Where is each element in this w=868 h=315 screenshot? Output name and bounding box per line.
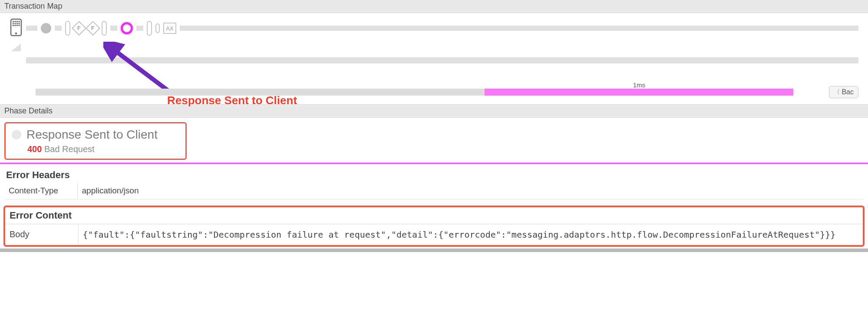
error-headers-heading: Error Headers: [4, 168, 864, 182]
flow-node[interactable]: [41, 23, 51, 33]
flow-pillar-node[interactable]: [155, 23, 160, 33]
timeline-segment-pink: 1ms: [485, 89, 793, 96]
flow-track-segment: [136, 26, 143, 31]
error-content-heading: Error Content: [5, 207, 863, 224]
table-row: Content-Typeapplication/json: [4, 182, 864, 199]
svg-rect-7: [15, 23, 16, 24]
transaction-map-area: FFAX Response Sent to Client 1ms 〈 Bac: [0, 13, 868, 104]
back-button[interactable]: 〈 Bac: [829, 86, 858, 98]
error-content-box: Error Content Body {"fault":{"faultstrin…: [3, 206, 865, 247]
svg-rect-12: [17, 25, 18, 26]
header-value: application/json: [77, 182, 864, 199]
svg-rect-6: [13, 23, 14, 24]
device-icon[interactable]: [10, 18, 23, 39]
return-track: [26, 57, 858, 63]
timeline-row: 1ms 〈 Bac: [10, 86, 858, 98]
timeline-track[interactable]: 1ms: [36, 89, 793, 96]
error-headers-section: Error Headers Content-Typeapplication/js…: [0, 164, 868, 199]
chevron-left-icon: 〈: [834, 88, 840, 96]
back-button-label: Bac: [842, 88, 854, 96]
selected-phase-box: Response Sent to Client 400 Bad Request: [4, 122, 187, 160]
timeline-segment-grey: [36, 89, 485, 96]
svg-rect-8: [17, 23, 18, 24]
error-content-row: Body {"fault":{"faultstring":"Decompress…: [5, 224, 863, 245]
timeline-time-label: 1ms: [633, 81, 645, 89]
svg-rect-10: [13, 25, 14, 26]
header-name: Content-Type: [4, 182, 77, 199]
return-arrowhead: [11, 43, 21, 51]
flow-policy-node[interactable]: F: [72, 21, 86, 36]
bottom-border: [0, 249, 868, 252]
svg-rect-11: [15, 25, 16, 26]
transaction-flow: FFAX: [10, 19, 858, 37]
phase-status: 400 Bad Request: [27, 144, 179, 154]
phase-name: Response Sent to Client: [26, 128, 158, 142]
flow-track-segment: [55, 26, 62, 31]
svg-rect-3: [15, 21, 16, 22]
flow-pillar-node[interactable]: [102, 21, 107, 36]
status-code: 400: [27, 144, 42, 154]
svg-rect-5: [19, 21, 20, 22]
svg-point-1: [15, 32, 17, 34]
status-text: Bad Request: [44, 144, 95, 154]
flow-track-segment: [180, 26, 858, 31]
flow-policy-node[interactable]: F: [86, 21, 100, 36]
svg-rect-9: [19, 23, 20, 24]
flow-ax-node[interactable]: AX: [163, 23, 176, 34]
svg-rect-2: [13, 21, 14, 22]
phase-details-title: Phase Details: [0, 104, 868, 118]
flow-track-segment: [110, 26, 117, 31]
flow-pillar-node[interactable]: [65, 21, 70, 36]
flow-pillar-node[interactable]: [147, 21, 152, 36]
svg-rect-4: [17, 21, 18, 22]
error-content-body: {"fault":{"faultstring":"Decompression f…: [78, 224, 863, 245]
svg-rect-13: [19, 25, 20, 26]
transaction-map-title: Transaction Map: [0, 0, 868, 13]
phase-dot-icon: [12, 130, 21, 139]
error-headers-table: Content-Typeapplication/json: [4, 182, 864, 199]
flow-node-active[interactable]: [121, 22, 133, 34]
error-content-label: Body: [5, 224, 78, 245]
flow-track-segment: [26, 26, 37, 31]
